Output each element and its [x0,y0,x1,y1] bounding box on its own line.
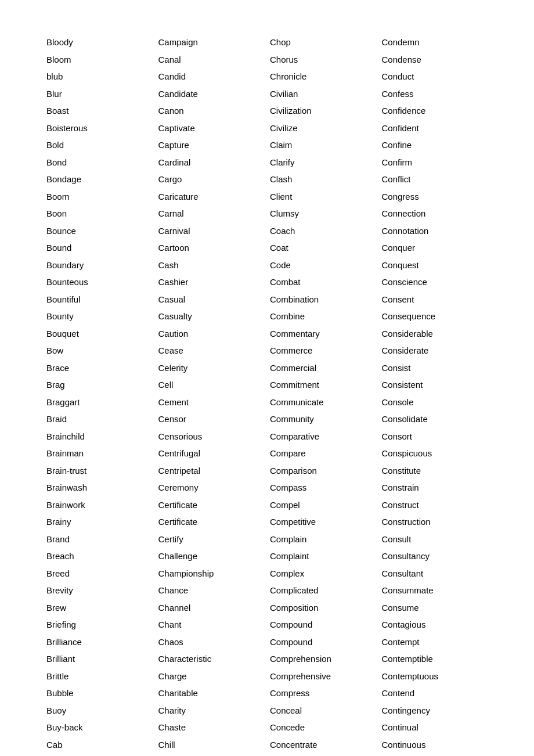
list-item: Charge [158,669,265,684]
list-item: Contempt [382,635,488,650]
list-item: Boast [46,103,153,118]
list-item: Cement [158,395,265,410]
list-item: Brag [46,377,153,393]
list-item: Compound [270,617,376,632]
list-item: Buoy [46,703,153,718]
list-item: Considerable [382,326,488,341]
list-item: Boom [46,189,153,204]
list-item: Confident [382,121,488,136]
list-item: Braggart [46,395,153,410]
list-item: Casualty [158,309,265,324]
list-item: Consult [382,532,488,547]
list-item: Bow [46,343,153,358]
list-item: Community [270,412,376,427]
list-item: Client [270,189,376,204]
list-item: Combination [270,292,376,307]
list-item: Censorious [158,429,265,444]
list-item: Complaint [270,549,376,564]
list-item: Condemn [382,35,488,50]
list-item: Chorus [270,52,376,67]
list-item: Communicate [270,395,376,410]
list-item: Confess [382,87,488,102]
list-item: Commerce [270,343,376,358]
list-item: Consort [382,429,488,444]
list-item: Coach [270,224,376,239]
list-item: Consummate [382,583,488,598]
list-item: Complain [270,532,376,547]
list-item: Boon [46,206,153,221]
list-item: Clash [270,172,376,187]
list-item: Cease [158,343,265,358]
list-item: Connection [382,206,488,221]
list-item: Cash [158,258,265,273]
list-item: Candid [158,69,265,84]
list-item: Conquest [382,258,488,273]
list-item: Breach [46,549,153,564]
list-item: Contingency [382,703,488,718]
list-item: Brilliant [46,651,153,667]
list-item: Canal [158,52,265,67]
list-item: Chaste [158,720,265,735]
list-item: Civilize [270,121,376,136]
list-item: Charitable [158,686,265,701]
list-item: Brevity [46,583,153,598]
list-item: Confirm [382,155,488,170]
list-item: Contagious [382,617,488,632]
list-item: Comprehensive [270,669,376,684]
list-item: Bountiful [46,292,153,307]
list-item: Concede [270,720,376,735]
list-item: Considerate [382,343,488,358]
list-item: Caricature [158,189,265,204]
list-item: Brand [46,532,153,547]
list-item: Consultant [382,566,488,581]
list-item: Compound [270,635,376,650]
list-item: Console [382,395,488,410]
list-item: Constrain [382,480,488,495]
list-item: Conceal [270,703,376,718]
list-item: Cardinal [158,155,265,170]
list-item: Chance [158,583,265,598]
list-item: Constitute [382,463,488,478]
list-item: Bloom [46,52,153,67]
list-item: Bound [46,240,153,255]
list-item: Contend [382,686,488,701]
list-item: Condense [382,52,488,67]
list-item: Combat [270,275,376,290]
list-item: Chop [270,35,376,50]
list-item: Carnival [158,224,265,239]
list-item: Brain-trust [46,463,153,478]
list-item: Brainman [46,446,153,461]
list-item: Commitment [270,377,376,393]
list-item: Conspicuous [382,446,488,461]
list-item: Celerity [158,361,265,376]
list-item: Bounteous [46,275,153,290]
list-item: Comparative [270,429,376,444]
list-item: Consequence [382,309,488,324]
list-item: Complicated [270,583,376,598]
list-item: Connotation [382,224,488,239]
list-item: Campaign [158,35,265,50]
list-item: Bondage [46,172,153,187]
list-item: Compare [270,446,376,461]
list-item: Captivate [158,121,265,136]
list-item: Centrifugal [158,446,265,461]
list-item: Compass [270,480,376,495]
list-item: Brainwash [46,480,153,495]
list-item: blub [46,69,153,84]
list-item: Cartoon [158,240,265,255]
list-item: Boisterous [46,121,153,136]
list-item: Caution [158,326,265,341]
list-item: Chronicle [270,69,376,84]
list-item: Cab [46,737,153,753]
list-item: Commentary [270,326,376,341]
list-item: Claim [270,138,376,153]
list-item: Buy-back [46,720,153,735]
list-item: Consent [382,292,488,307]
list-item: Charity [158,703,265,718]
list-item: Brainwork [46,498,153,513]
list-item: Breed [46,566,153,581]
list-item: Concentrate [270,737,376,753]
list-item: Centripetal [158,463,265,478]
list-item: Continual [382,720,488,735]
list-item: Bond [46,155,153,170]
